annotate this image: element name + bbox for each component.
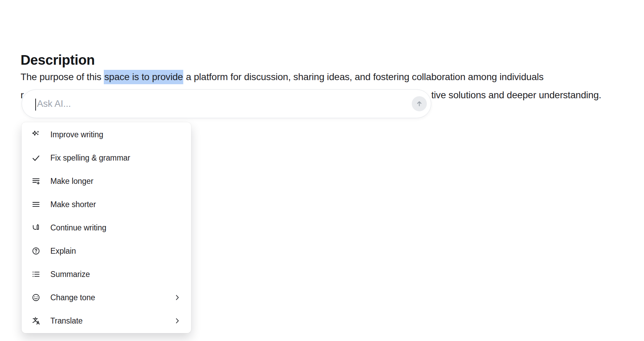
sparkles-icon	[32, 130, 40, 139]
arrow-up-icon	[415, 99, 424, 108]
ask-ai-popup	[22, 89, 431, 118]
pen-icon	[32, 223, 40, 232]
menu-item-label: Summarize	[50, 270, 181, 279]
paragraph-text-fragment-right: tive solutions and deeper understanding.	[431, 90, 601, 101]
check-icon	[32, 153, 40, 162]
menu-item-label: Explain	[50, 247, 181, 256]
menu-item-label: Continue writing	[50, 223, 181, 232]
smiley-icon	[32, 293, 40, 302]
question-circle-icon	[32, 247, 40, 255]
menu-item-label: Translate	[50, 316, 173, 326]
text-caret	[35, 99, 36, 111]
menu-item-improve-writing[interactable]: Improve writing	[22, 123, 191, 146]
menu-item-label: Change tone	[50, 293, 173, 302]
menu-item-make-shorter[interactable]: Make shorter	[22, 193, 191, 216]
ai-actions-menu: Improve writing Fix spelling & grammar M…	[22, 122, 191, 333]
menu-item-explain[interactable]: Explain	[22, 239, 191, 263]
bullet-list-icon	[32, 270, 40, 279]
menu-item-fix-spelling-grammar[interactable]: Fix spelling & grammar	[22, 146, 191, 169]
menu-item-label: Make shorter	[50, 200, 181, 209]
paragraph-text: The purpose of this	[21, 72, 104, 82]
selected-text-highlight: space is to provide	[104, 70, 183, 84]
paragraph-text: a platform for discussion, sharing ideas…	[183, 72, 544, 82]
menu-item-translate[interactable]: Translate	[22, 309, 191, 332]
submit-button[interactable]	[412, 96, 427, 111]
chevron-right-icon	[173, 317, 181, 325]
menu-item-change-tone[interactable]: Change tone	[22, 286, 191, 309]
menu-item-summarize[interactable]: Summarize	[22, 263, 191, 286]
ask-ai-input[interactable]	[37, 90, 407, 117]
chevron-right-icon	[173, 294, 181, 301]
text-lines-icon	[32, 200, 40, 209]
menu-item-make-longer[interactable]: Make longer	[22, 169, 191, 193]
menu-item-label: Fix spelling & grammar	[50, 153, 181, 163]
description-paragraph-line1: The purpose of this space is to provide …	[21, 72, 544, 83]
menu-item-label: Make longer	[50, 177, 181, 186]
translate-icon	[32, 316, 40, 325]
page-title: Description	[21, 52, 95, 68]
menu-item-label: Improve writing	[50, 130, 181, 139]
menu-item-continue-writing[interactable]: Continue writing	[22, 216, 191, 239]
text-add-line-icon	[32, 177, 40, 186]
